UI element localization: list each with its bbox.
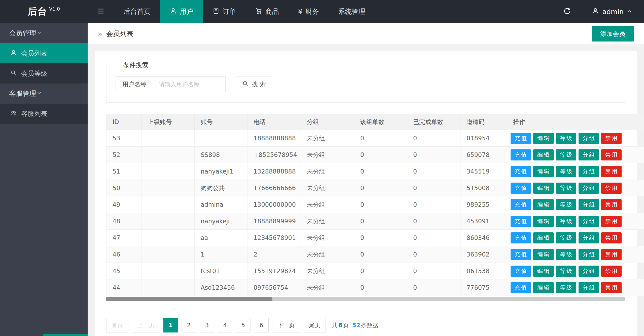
recharge-button[interactable]: 充值 xyxy=(511,166,531,177)
column-header-7: 已完成单数 xyxy=(407,114,460,130)
page-button-4[interactable]: 4 xyxy=(218,318,232,332)
nav-label: 系统管理 xyxy=(338,7,365,16)
page-button-6[interactable]: 6 xyxy=(254,318,269,332)
recharge-button[interactable]: 充值 xyxy=(511,216,531,227)
recharge-button[interactable]: 充值 xyxy=(511,149,531,160)
nav-item-goods[interactable]: 商品 xyxy=(246,0,289,23)
horizontal-scrollbar[interactable] xyxy=(106,297,625,301)
recharge-button[interactable]: 充值 xyxy=(511,249,531,260)
page-button-2[interactable]: 2 xyxy=(182,318,196,332)
recharge-button[interactable]: 充值 xyxy=(511,133,531,144)
disable-button[interactable]: 禁用 xyxy=(601,249,622,260)
edit-button[interactable]: 编辑 xyxy=(533,183,554,194)
next-page-button[interactable]: 下一页 xyxy=(272,318,300,332)
edit-button[interactable]: 编辑 xyxy=(533,133,554,144)
level-button[interactable]: 等级 xyxy=(556,232,576,243)
nav-label: 用户 xyxy=(180,7,193,16)
disable-button[interactable]: 禁用 xyxy=(601,216,622,227)
group-button[interactable]: 分组 xyxy=(579,183,599,194)
disable-button[interactable]: 禁用 xyxy=(601,133,622,144)
sidebar-item-member-level[interactable]: 会员等级 xyxy=(0,63,88,83)
recharge-button[interactable]: 充值 xyxy=(511,232,531,243)
level-button[interactable]: 等级 xyxy=(556,249,576,260)
group-button[interactable]: 分组 xyxy=(579,282,599,293)
recharge-button[interactable]: 充值 xyxy=(511,282,531,293)
edit-button[interactable]: 编辑 xyxy=(533,249,554,260)
table-cell: 0 xyxy=(354,263,407,279)
level-button[interactable]: 等级 xyxy=(556,133,576,144)
level-button[interactable]: 等级 xyxy=(556,266,576,277)
search-button[interactable]: 搜 索 xyxy=(235,76,273,92)
refresh-button[interactable] xyxy=(554,0,580,23)
nav-item-dashboard[interactable]: 后台首页 xyxy=(114,0,160,23)
group-button[interactable]: 分组 xyxy=(579,232,599,243)
level-button[interactable]: 等级 xyxy=(556,216,576,227)
sidebar-group-service-management[interactable]: 客服管理 xyxy=(0,83,88,104)
table-cell: 989255 xyxy=(460,196,507,213)
group-button[interactable]: 分组 xyxy=(579,216,599,227)
table-cell: 18888888888 xyxy=(247,130,301,147)
recharge-button[interactable]: 充值 xyxy=(511,183,531,194)
nav-item-finance[interactable]: ¥ 财务 xyxy=(289,0,329,23)
group-button[interactable]: 分组 xyxy=(579,133,599,144)
shopping-cart-icon xyxy=(255,7,262,16)
sidebar-item-service-list[interactable]: 客服列表 xyxy=(0,104,88,124)
disable-button[interactable]: 禁用 xyxy=(601,232,622,243)
group-button[interactable]: 分组 xyxy=(579,249,599,260)
table-cell: 363902 xyxy=(460,246,507,263)
nav-item-system[interactable]: 系统管理 xyxy=(329,0,375,23)
table-cell: 659078 xyxy=(460,147,507,163)
table-cell: 0 xyxy=(407,213,460,230)
nav-item-orders[interactable]: 订单 xyxy=(203,0,246,23)
edit-button[interactable]: 编辑 xyxy=(533,282,554,293)
page-button-3[interactable]: 3 xyxy=(200,318,214,332)
disable-button[interactable]: 禁用 xyxy=(601,166,622,177)
level-button[interactable]: 等级 xyxy=(556,149,576,160)
row-actions: 充值编辑等级分组禁用 xyxy=(507,180,644,196)
chevron-up-icon xyxy=(627,8,632,16)
disable-button[interactable]: 禁用 xyxy=(601,199,622,210)
disable-button[interactable]: 禁用 xyxy=(601,266,622,277)
edit-button[interactable]: 编辑 xyxy=(533,199,554,210)
edit-button[interactable]: 编辑 xyxy=(533,149,554,160)
disable-button[interactable]: 禁用 xyxy=(601,282,622,293)
add-member-button[interactable]: 添加会员 xyxy=(592,26,634,41)
group-button[interactable]: 分组 xyxy=(579,149,599,160)
table-cell: 0 xyxy=(354,246,407,263)
recharge-button[interactable]: 充值 xyxy=(511,266,531,277)
pagination-summary: 共6页52条数据 xyxy=(332,321,378,329)
topbar-right: admin xyxy=(554,0,644,23)
recharge-button[interactable]: 充值 xyxy=(511,199,531,210)
sidebar-group-label: 客服管理 xyxy=(9,89,36,98)
table-row: 45test0115519129874未分组00061538充值编辑等级分组禁用 xyxy=(106,263,644,279)
sidebar-group-member-management[interactable]: 会员管理 xyxy=(0,23,88,43)
disable-button[interactable]: 禁用 xyxy=(601,183,622,194)
group-button[interactable]: 分组 xyxy=(579,199,599,210)
sidebar-item-member-list[interactable]: 会员列表 xyxy=(0,43,88,63)
edit-button[interactable]: 编辑 xyxy=(533,232,554,243)
group-button[interactable]: 分组 xyxy=(579,166,599,177)
username-input[interactable] xyxy=(153,76,226,92)
search-icon xyxy=(242,80,248,88)
member-list-card: 条件搜索 用户名称 搜 索 xyxy=(95,51,637,336)
level-button[interactable]: 等级 xyxy=(556,199,576,210)
edit-button[interactable]: 编辑 xyxy=(533,216,554,227)
disable-button[interactable]: 禁用 xyxy=(601,149,622,160)
first-page-button[interactable]: 首页 xyxy=(106,318,128,332)
edit-button[interactable]: 编辑 xyxy=(533,166,554,177)
page-button-5[interactable]: 5 xyxy=(236,318,251,332)
prev-page-button[interactable]: 上一页 xyxy=(132,318,160,332)
collapse-menu-button[interactable] xyxy=(88,0,114,23)
user-menu[interactable]: admin xyxy=(580,0,644,23)
page-button-1[interactable]: 1 xyxy=(163,318,178,332)
last-page-button[interactable]: 尾页 xyxy=(304,318,326,332)
scrollbar-thumb[interactable] xyxy=(106,297,272,301)
breadcrumb-bar: » 会员列表 添加会员 xyxy=(88,23,644,44)
level-button[interactable]: 等级 xyxy=(556,166,576,177)
edit-button[interactable]: 编辑 xyxy=(533,266,554,277)
nav-item-users[interactable]: 用户 xyxy=(160,0,203,23)
group-button[interactable]: 分组 xyxy=(579,266,599,277)
level-button[interactable]: 等级 xyxy=(556,282,576,293)
level-button[interactable]: 等级 xyxy=(556,183,576,194)
table-cell: 097656754 xyxy=(247,279,301,296)
